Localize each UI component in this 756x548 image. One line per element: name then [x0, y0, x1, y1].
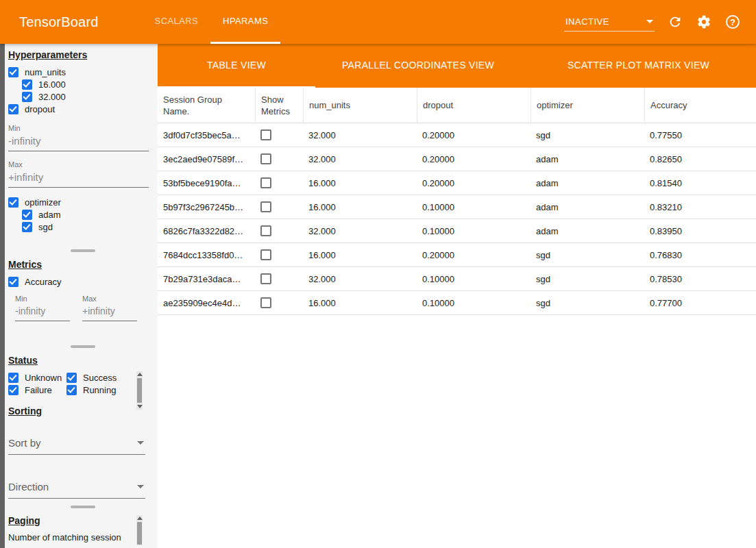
optimizer-adam-checkbox[interactable]: [22, 210, 32, 220]
accuracy-value: 0.82650: [644, 147, 756, 171]
show-metrics-checkbox[interactable]: [260, 153, 271, 164]
help-glyph: ?: [730, 17, 735, 27]
show-metrics-checkbox[interactable]: [260, 177, 271, 188]
col-num-units: num_units: [303, 88, 417, 123]
show-metrics-checkbox[interactable]: [260, 129, 271, 140]
dropout-checkbox[interactable]: [8, 104, 19, 114]
show-metrics-checkbox[interactable]: [260, 249, 271, 260]
dropout-value: 0.10000: [417, 291, 531, 314]
hparam-optimizer-row: optimizer: [8, 196, 158, 208]
optimizer-value: adam: [531, 219, 644, 242]
status-running-checkbox[interactable]: [66, 385, 77, 395]
paging-heading: Paging: [8, 515, 158, 526]
table-row: 3df0d7cf35bec5a… 32.000 0.20000 sgd 0.77…: [158, 123, 756, 147]
refresh-icon[interactable]: [667, 14, 683, 30]
metric-max-input[interactable]: [82, 303, 137, 321]
scroll-up-icon[interactable]: [137, 516, 143, 520]
show-metrics-checkbox[interactable]: [260, 225, 271, 236]
status-success-checkbox[interactable]: [66, 373, 77, 383]
chevron-down-icon: [137, 441, 144, 445]
dropout-value: 0.20000: [417, 171, 531, 195]
chevron-down-icon: [646, 20, 653, 23]
status-failure-label: Failure: [25, 385, 52, 395]
session-group-name: 3df0d7cf35bec5a…: [158, 123, 255, 147]
run-status-dropdown[interactable]: INACTIVE: [564, 13, 655, 32]
sort-by-dropdown[interactable]: Sort by: [8, 434, 145, 455]
hparam-value-row: sgd: [22, 221, 158, 233]
optimizer-sgd-label: sgd: [38, 222, 53, 232]
dropout-max-label: Max: [8, 160, 158, 169]
direction-dropdown[interactable]: Direction: [8, 478, 145, 499]
tab-hparams[interactable]: HPARAMS: [210, 0, 280, 44]
num-units-value: 16.000: [303, 243, 417, 266]
tab-scalars[interactable]: SCALARS: [143, 0, 211, 44]
table-row: 6826c7fa3322d82… 32.000 0.10000 adam 0.8…: [158, 219, 756, 243]
sidebar: Hyperparameters num_units 16.000 32.000 …: [0, 44, 158, 548]
scrollbar-thumb[interactable]: [137, 378, 142, 403]
dropout-max-input[interactable]: [8, 169, 149, 188]
accuracy-value: 0.76830: [644, 243, 756, 266]
scroll-down-icon[interactable]: [137, 405, 143, 408]
section-resize-handle[interactable]: [71, 345, 95, 348]
show-metrics-checkbox[interactable]: [260, 297, 271, 308]
tab-parallel-coordinates-view[interactable]: PARALLEL COORDINATES VIEW: [315, 44, 521, 88]
status-failure-checkbox[interactable]: [8, 385, 19, 395]
hparam-value-row: adam: [22, 208, 158, 221]
optimizer-value: adam: [531, 195, 644, 219]
status-unknown-checkbox[interactable]: [8, 373, 19, 383]
optimizer-sgd-checkbox[interactable]: [22, 222, 32, 232]
accuracy-value: 0.83950: [644, 219, 756, 242]
metric-min-input[interactable]: [15, 303, 70, 321]
status-heading: Status: [8, 355, 158, 366]
accuracy-value: 0.78530: [644, 267, 756, 290]
settings-icon[interactable]: [696, 14, 712, 30]
col-session-group-name: Session Group Name.: [158, 88, 255, 123]
help-icon[interactable]: ?: [724, 14, 741, 30]
show-metrics-checkbox[interactable]: [260, 273, 271, 284]
num-units-checkbox[interactable]: [8, 67, 19, 77]
scroll-up-icon[interactable]: [137, 373, 143, 376]
metrics-section: Metrics Accuracy Min Max: [8, 253, 158, 344]
hparam-value-row: 16.000: [22, 78, 158, 90]
num-units-value: 16.000: [303, 171, 417, 195]
tab-scatter-plot-matrix-view[interactable]: SCATTER PLOT MATRIX VIEW: [521, 44, 756, 88]
num-units-value: 32.000: [303, 267, 417, 290]
optimizer-value: adam: [531, 171, 644, 195]
metric-min-label: Min: [15, 295, 70, 303]
table-row: ae235909ec4e4d… 16.000 0.10000 sgd 0.777…: [158, 291, 756, 315]
tab-table-view[interactable]: TABLE VIEW: [158, 44, 315, 88]
col-optimizer: optimizer: [531, 88, 644, 123]
num-units-16-checkbox[interactable]: [22, 79, 32, 90]
top-nav-tabs: SCALARS HPARAMS: [143, 0, 281, 44]
paging-section: Paging Number of matching session groups…: [8, 510, 158, 545]
num-units-32-checkbox[interactable]: [22, 92, 32, 102]
session-group-name: 3ec2aed9e07589f…: [158, 147, 255, 171]
paging-scrollbar[interactable]: [136, 515, 143, 545]
hparam-num-units-row: num_units: [8, 66, 158, 78]
section-resize-handle[interactable]: [71, 506, 95, 508]
dropout-label: dropout: [25, 104, 55, 114]
metrics-heading: Metrics: [8, 259, 158, 270]
scrollbar-thumb[interactable]: [137, 522, 142, 545]
status-unknown-row: Unknown: [8, 371, 66, 384]
show-metrics-checkbox[interactable]: [260, 201, 271, 212]
dropout-value: 0.10000: [417, 267, 531, 290]
main-content: TABLE VIEW PARALLEL COORDINATES VIEW SCA…: [158, 44, 756, 548]
optimizer-value: sgd: [531, 243, 644, 266]
num-units-16-label: 16.000: [38, 79, 66, 90]
optimizer-value: sgd: [531, 123, 644, 147]
section-resize-handle[interactable]: [71, 249, 95, 252]
dropout-min-input[interactable]: [8, 132, 149, 151]
accuracy-checkbox[interactable]: [8, 277, 19, 287]
table-row: 3ec2aed9e07589f… 32.000 0.20000 adam 0.8…: [158, 147, 756, 171]
status-success-row: Success: [66, 371, 136, 384]
sidebar-scrollbar[interactable]: [0, 44, 5, 548]
matching-groups-text: Number of matching session groups: 8: [8, 532, 135, 545]
optimizer-value: sgd: [531, 291, 644, 314]
hyperparameters-section: Hyperparameters num_units 16.000 32.000 …: [8, 44, 158, 248]
view-tabs: TABLE VIEW PARALLEL COORDINATES VIEW SCA…: [158, 44, 756, 88]
status-failure-row: Failure: [8, 384, 66, 396]
num-units-32-label: 32.000: [38, 92, 66, 102]
optimizer-checkbox[interactable]: [8, 197, 19, 208]
status-scrollbar[interactable]: [136, 371, 143, 410]
